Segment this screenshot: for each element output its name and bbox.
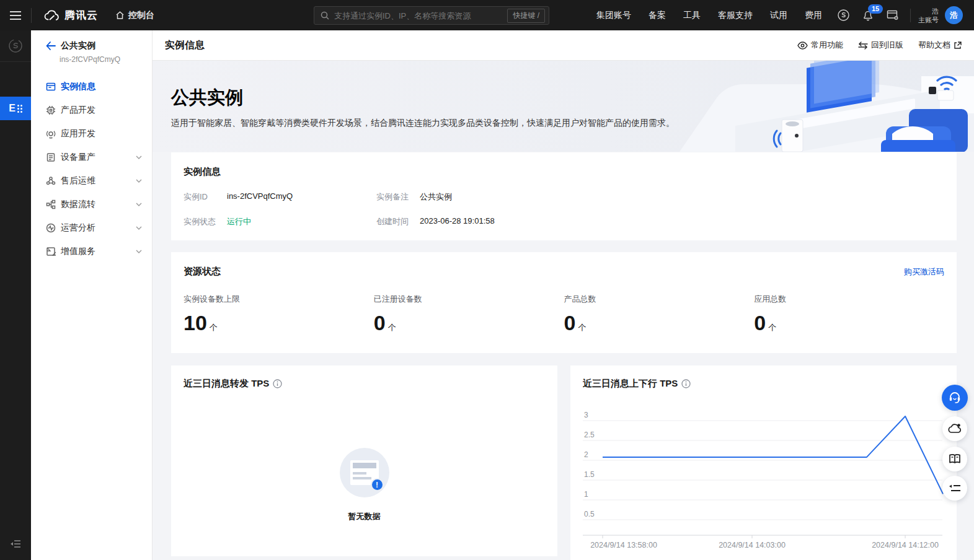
stat-unit: 个 — [578, 323, 586, 332]
topbar-item-support[interactable]: 客服支持 — [709, 10, 761, 21]
collapse-icon — [10, 540, 21, 548]
instance-info-card: 实例信息 实例ID ins-2fCVPqfCmyQ 实例备注 公共实例 实例状态… — [171, 152, 957, 240]
sidebar-item-product-dev[interactable]: 产品开发 — [31, 98, 152, 122]
svg-text:2: 2 — [584, 450, 588, 459]
sidebar-back[interactable]: 公共实例 — [46, 40, 152, 51]
docs-fab[interactable] — [942, 447, 967, 471]
field-value-instance-id: ins-2fCVPqfCmyQ — [227, 191, 376, 203]
sidebar-menu: 实例信息 产品开发 应用开发 设备量产 售后运维 数据 — [31, 75, 152, 263]
topbar-item-icp[interactable]: 备案 — [640, 10, 675, 21]
feedback-button[interactable] — [831, 0, 856, 30]
account-name: 浩 — [918, 7, 939, 15]
page-header-actions: 常用功能 回到旧版 帮助文档 — [797, 40, 962, 51]
global-search[interactable]: 快捷键 / — [314, 6, 549, 25]
topbar: 腾讯云 控制台 快捷键 / 集团账号 备案 工具 客服支持 试用 费用 — [0, 0, 974, 30]
chevron-down-icon[interactable] — [136, 203, 142, 206]
panel-gear-icon — [887, 9, 900, 21]
eye-icon — [797, 42, 808, 50]
collapse-rail-button[interactable] — [0, 533, 31, 555]
search-input[interactable] — [334, 11, 507, 20]
sidebar-item-label: 售后运维 — [61, 175, 95, 186]
chevron-down-icon[interactable] — [136, 226, 142, 230]
instance-fields: 实例ID ins-2fCVPqfCmyQ 实例备注 公共实例 实例状态 运行中 … — [184, 191, 944, 227]
search-shortcut-badge: 快捷键 / — [507, 9, 545, 23]
back-to-old-version-button[interactable]: 回到旧版 — [858, 40, 903, 51]
empty-state-icon: ! — [340, 448, 389, 497]
sidebar: 公共实例 ins-2fCVPqfCmyQ 实例信息 产品开发 应用开发 设备量产 — [31, 30, 153, 560]
notifications-button[interactable]: 15 — [856, 0, 880, 30]
console-link[interactable]: 控制台 — [109, 10, 161, 21]
cloud-logo-icon — [44, 9, 60, 22]
status-badge-running: 运行中 — [227, 216, 376, 227]
topbar-item-tools[interactable]: 工具 — [675, 10, 709, 21]
svg-text:1: 1 — [584, 490, 588, 499]
sidebar-item-data-flow[interactable]: 数据流转 — [31, 193, 152, 216]
stat-value: 10 — [184, 311, 207, 335]
hamburger-icon — [9, 11, 22, 20]
rail-item-iot-explorer-active[interactable]: E — [0, 97, 31, 120]
sidebar-item-label: 数据流转 — [61, 199, 95, 210]
target-icon — [46, 129, 56, 139]
iot-explorer-dots — [17, 105, 22, 113]
main-content: 实例信息 常用功能 回到旧版 帮助文档 — [153, 30, 974, 560]
common-functions-button[interactable]: 常用功能 — [797, 40, 843, 51]
help-docs-link[interactable]: 帮助文档 — [918, 40, 962, 51]
sidebar-item-label: 设备量产 — [61, 152, 95, 163]
action-label: 常用功能 — [811, 40, 843, 51]
addon-icon — [46, 247, 56, 256]
action-label: 回到旧版 — [871, 40, 903, 51]
stat-total-products: 产品总数 0个 — [564, 294, 755, 339]
topbar-item-billing[interactable]: 费用 — [796, 10, 831, 21]
tencent-cloud-logo[interactable]: 腾讯云 — [32, 8, 109, 22]
topbar-item-group-account[interactable]: 集团账号 — [588, 10, 640, 21]
page-header: 实例信息 常用功能 回到旧版 帮助文档 — [153, 30, 974, 61]
banner-description: 适用于智能家居、智能穿戴等消费类硬件开发场景，结合腾讯连连能力实现多品类设备控制… — [171, 118, 675, 129]
info-icon[interactable] — [273, 379, 282, 388]
sidebar-item-app-dev[interactable]: 应用开发 — [31, 122, 152, 146]
console-settings-button[interactable] — [880, 0, 905, 30]
search-icon — [321, 11, 329, 20]
stat-unit: 个 — [210, 323, 218, 332]
rail-service-button[interactable] — [0, 30, 31, 61]
resource-status-card: 资源状态 购买激活码 实例设备数上限 10个 已注册设备数 0个 产品总数 0个… — [171, 252, 957, 353]
updown-tps-title: 近三日消息上下行 TPS — [583, 378, 678, 390]
chevron-down-icon[interactable] — [136, 250, 142, 253]
banner-title: 公共实例 — [171, 85, 243, 110]
account-info[interactable]: 浩 主账号 — [918, 7, 939, 24]
home-icon — [115, 11, 125, 20]
sidebar-item-operation-analysis[interactable]: 运营分析 — [31, 216, 152, 240]
changelog-fab[interactable] — [942, 476, 967, 501]
sidebar-item-instance-info[interactable]: 实例信息 — [31, 75, 152, 98]
sidebar-item-mass-production[interactable]: 设备量产 — [31, 146, 152, 169]
account-type: 主账号 — [918, 15, 939, 24]
list-arrow-icon — [949, 484, 961, 492]
field-value-created-time: 2023-06-28 19:01:58 — [420, 216, 944, 227]
buy-activation-code-link[interactable]: 购买激活码 — [904, 266, 944, 278]
info-icon[interactable] — [681, 379, 691, 388]
stat-value: 0 — [754, 311, 766, 335]
forward-tps-title: 近三日消息转发 TPS — [184, 378, 269, 390]
avatar[interactable]: 浩 — [945, 6, 963, 24]
console-label: 控制台 — [128, 10, 154, 21]
hamburger-menu-icon[interactable] — [0, 0, 31, 30]
sidebar-item-after-sales[interactable]: 售后运维 — [31, 169, 152, 193]
topbar-item-trial[interactable]: 试用 — [761, 10, 796, 21]
stat-unit: 个 — [768, 323, 776, 332]
chevron-down-icon[interactable] — [136, 179, 142, 183]
left-rail: E — [0, 30, 31, 560]
stat-unit: 个 — [388, 323, 396, 332]
empty-state: ! 暂无数据 — [184, 448, 545, 522]
sidebar-item-label: 运营分析 — [61, 222, 95, 234]
topbar-left: 腾讯云 控制台 — [0, 0, 161, 30]
stat-total-apps: 应用总数 0个 — [754, 294, 944, 339]
cloud-assistant-fab[interactable] — [942, 416, 967, 441]
field-value-remark: 公共实例 — [420, 191, 944, 203]
svg-text:2.5: 2.5 — [584, 431, 595, 439]
flow-icon — [46, 199, 56, 209]
chevron-down-icon[interactable] — [136, 155, 142, 159]
customer-service-fab[interactable] — [942, 385, 968, 411]
tencent-cloud-console: 腾讯云 控制台 快捷键 / 集团账号 备案 工具 客服支持 试用 费用 — [0, 0, 974, 560]
sidebar-item-value-added[interactable]: 增值服务 — [31, 240, 152, 263]
pulse-icon — [46, 223, 56, 233]
svg-text:3: 3 — [584, 411, 588, 419]
